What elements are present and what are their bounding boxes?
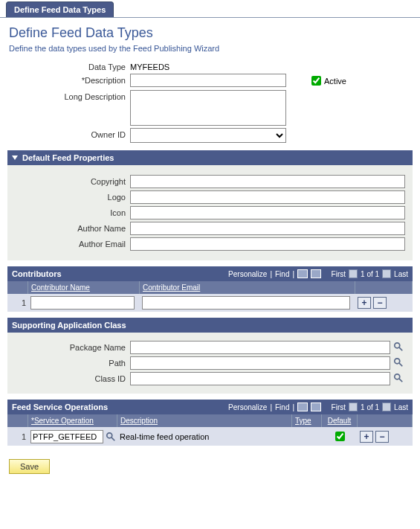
next-button[interactable] xyxy=(382,269,391,278)
contributors-grid: Contributors Personalize | Find | First … xyxy=(7,266,413,312)
contributor-email-input[interactable] xyxy=(142,296,350,310)
class-id-label: Class ID xyxy=(7,372,130,383)
long-description-input[interactable] xyxy=(130,90,286,126)
next-button[interactable] xyxy=(382,403,391,411)
svg-point-0 xyxy=(395,343,400,348)
description-input[interactable] xyxy=(130,74,286,87)
lookup-icon[interactable] xyxy=(106,431,116,443)
feed-service-ops-grid: Feed Service Operations Personalize | Fi… xyxy=(7,400,413,446)
chevron-down-icon xyxy=(12,156,18,160)
service-operation-input[interactable] xyxy=(30,430,103,443)
page-title: Define Feed Data Types xyxy=(9,25,420,41)
delete-row-button[interactable]: − xyxy=(375,431,389,443)
col-rownum xyxy=(7,281,28,294)
lookup-icon[interactable] xyxy=(392,341,404,353)
copyright-input[interactable] xyxy=(130,175,405,188)
default-checkbox[interactable] xyxy=(335,432,345,441)
save-button[interactable]: Save xyxy=(9,459,50,474)
icon-input[interactable] xyxy=(130,206,405,219)
col-contributor-email[interactable]: Contributor Email xyxy=(140,281,355,294)
page-subtitle: Define the data types used by the Feed P… xyxy=(9,44,420,53)
feed-service-ops-title: Feed Service Operations xyxy=(12,403,108,411)
last-label: Last xyxy=(394,270,408,278)
col-rownum xyxy=(7,414,28,427)
section-default-feed-properties-header[interactable]: Default Feed Properties xyxy=(7,150,413,165)
last-label: Last xyxy=(394,403,408,411)
row-number: 1 xyxy=(7,432,28,441)
add-row-button[interactable]: + xyxy=(360,431,373,443)
row-number: 1 xyxy=(7,298,28,307)
col-type[interactable]: Type xyxy=(292,414,322,427)
lookup-icon[interactable] xyxy=(392,372,404,384)
author-name-label: Author Name xyxy=(7,222,130,233)
svg-point-6 xyxy=(107,432,112,437)
svg-line-3 xyxy=(399,363,402,366)
copyright-label: Copyright xyxy=(7,175,130,186)
section-title: Default Feed Properties xyxy=(22,153,114,162)
logo-label: Logo xyxy=(7,190,130,202)
row-count: 1 of 1 xyxy=(361,403,379,411)
col-contributor-name[interactable]: Contributor Name xyxy=(28,281,140,294)
add-row-button[interactable]: + xyxy=(358,297,371,309)
tab-strip: Define Feed Data Types xyxy=(0,0,420,18)
find-link[interactable]: Find xyxy=(275,403,289,411)
zoom-icon[interactable] xyxy=(297,269,308,278)
col-default[interactable]: Default xyxy=(322,414,358,427)
supporting-app-class-section: Supporting Application Class Package Nam… xyxy=(7,318,413,394)
first-label: First xyxy=(332,270,346,278)
package-name-label: Package Name xyxy=(7,341,130,352)
col-service-operation[interactable]: *Service Operation xyxy=(28,414,117,427)
author-email-label: Author Email xyxy=(7,237,130,249)
svg-line-5 xyxy=(399,379,402,382)
fso-row: 1 Real-time feed operation + − xyxy=(7,427,413,446)
contributor-row: 1 + − xyxy=(7,294,413,312)
owner-id-select[interactable] xyxy=(130,128,286,143)
icon-label: Icon xyxy=(7,206,130,217)
author-email-input[interactable] xyxy=(130,237,405,251)
class-id-input[interactable] xyxy=(130,372,390,385)
active-label: Active xyxy=(324,77,346,86)
section-default-feed-properties-body: Copyright Logo Icon Author Name Author E… xyxy=(7,165,413,260)
fso-description-value: Real-time feed operation xyxy=(117,432,292,441)
col-actions-spacer xyxy=(355,281,413,294)
active-checkbox[interactable] xyxy=(311,76,321,86)
long-description-label: Long Description xyxy=(0,90,130,101)
supporting-app-class-title: Supporting Application Class xyxy=(12,321,126,330)
svg-point-4 xyxy=(395,374,400,379)
col-description[interactable]: Description xyxy=(117,414,292,427)
find-link[interactable]: Find xyxy=(275,270,289,278)
data-type-label: Data Type xyxy=(0,60,130,71)
download-icon[interactable] xyxy=(311,269,321,278)
svg-line-1 xyxy=(399,347,402,350)
svg-line-7 xyxy=(112,437,114,440)
data-type-value: MYFEEDS xyxy=(130,60,169,71)
path-label: Path xyxy=(7,356,130,368)
svg-point-2 xyxy=(395,359,400,364)
description-label: *Description xyxy=(0,74,130,85)
delete-row-button[interactable]: − xyxy=(373,297,387,309)
package-name-input[interactable] xyxy=(130,341,390,354)
contributor-name-input[interactable] xyxy=(30,296,135,310)
download-icon[interactable] xyxy=(311,403,321,411)
owner-id-label: Owner ID xyxy=(0,128,130,139)
prev-button[interactable] xyxy=(349,269,358,278)
logo-input[interactable] xyxy=(130,190,405,204)
zoom-icon[interactable] xyxy=(297,403,308,411)
prev-button[interactable] xyxy=(349,403,358,411)
col-actions-spacer xyxy=(358,414,413,427)
tab-define-feed-data-types[interactable]: Define Feed Data Types xyxy=(6,1,114,17)
personalize-link[interactable]: Personalize xyxy=(228,270,267,278)
contributors-title: Contributors xyxy=(12,269,62,278)
lookup-icon[interactable] xyxy=(392,356,404,368)
path-input[interactable] xyxy=(130,356,390,370)
row-count: 1 of 1 xyxy=(361,270,379,278)
personalize-link[interactable]: Personalize xyxy=(228,403,267,411)
author-name-input[interactable] xyxy=(130,222,405,235)
first-label: First xyxy=(332,403,346,411)
